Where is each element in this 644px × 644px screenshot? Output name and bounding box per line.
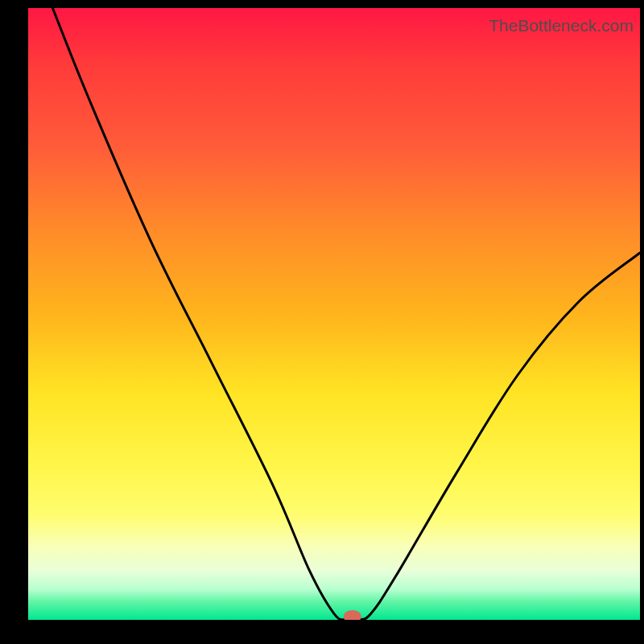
plot-area: TheBottleneck.com xyxy=(28,8,640,620)
optimal-marker xyxy=(344,610,361,620)
bottleneck-curve xyxy=(52,8,640,620)
attribution-text: TheBottleneck.com xyxy=(489,16,634,35)
chart-container: TheBottleneck.com xyxy=(0,0,644,644)
chart-overlay xyxy=(28,8,640,620)
